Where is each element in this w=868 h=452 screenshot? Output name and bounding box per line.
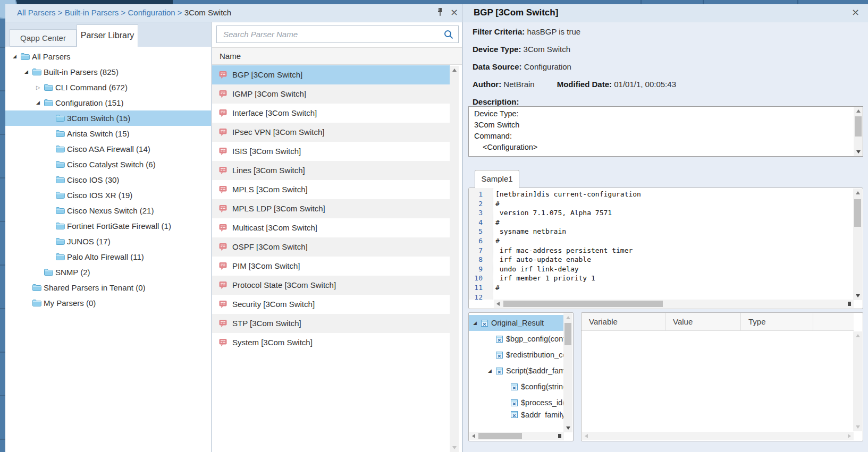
- result-tree-item[interactable]: ◢Script($addr_family: [469, 363, 564, 379]
- scroll-thumb[interactable]: [503, 301, 663, 307]
- close-icon[interactable]: ×: [450, 7, 458, 17]
- scroll-thumb[interactable]: [564, 323, 571, 345]
- scroll-up-icon[interactable]: [566, 316, 570, 319]
- sidebar-tree-item[interactable]: Cisco ASA Firewall (14): [5, 141, 211, 157]
- code-vertical-scrollbar[interactable]: [853, 189, 862, 300]
- sidebar-tree-item[interactable]: My Parsers (0): [5, 295, 211, 311]
- left-dock-rail[interactable]: [0, 4, 5, 452]
- result-vertical-scrollbar[interactable]: [563, 313, 572, 432]
- sidebar-tree-item[interactable]: Shared Parsers in Tenant (0): [5, 280, 211, 295]
- sidebar-tree-item[interactable]: Palo Alto Firewall (11): [5, 249, 211, 265]
- parser-list-item[interactable]: OSPF [3Com Switch]: [212, 237, 450, 257]
- search-icon[interactable]: [443, 29, 454, 40]
- result-tree-item[interactable]: $config(string): [469, 379, 564, 395]
- result-tree-item[interactable]: $redistribution_cor: [469, 347, 564, 363]
- sidebar-tree-item[interactable]: Cisco IOS (30): [5, 172, 211, 187]
- tree-expander-icon[interactable]: ◢: [488, 363, 496, 379]
- breadcrumb-link[interactable]: Built-in Parsers: [65, 8, 119, 17]
- detail-close-icon[interactable]: ×: [852, 7, 859, 17]
- scroll-down-icon[interactable]: [856, 294, 860, 297]
- scroll-up-icon[interactable]: [856, 191, 860, 194]
- sidebar-tree-item[interactable]: SNMP (2): [5, 265, 211, 280]
- sidebar-tree-item[interactable]: Cisco IOS XR (19): [5, 187, 211, 203]
- table-column-header-variable[interactable]: Variable: [582, 313, 665, 331]
- scroll-thumb[interactable]: [478, 433, 522, 439]
- sidebar-tree-item[interactable]: ◢Configuration (151): [5, 95, 211, 110]
- parser-list-item[interactable]: Lines [3Com Switch]: [212, 161, 450, 180]
- tab-sample1[interactable]: Sample1: [475, 170, 519, 188]
- code-horizontal-scrollbar[interactable]: [494, 300, 854, 308]
- result-tree-item[interactable]: ◢Original_Result: [469, 315, 564, 331]
- parser-list-item[interactable]: Interface [3Com Switch]: [212, 104, 450, 123]
- table-horizontal-scrollbar[interactable]: [582, 432, 854, 440]
- parser-list-item[interactable]: MPLS LDP [3Com Switch]: [212, 199, 450, 218]
- scroll-thumb[interactable]: [855, 116, 862, 137]
- result-tree-item[interactable]: $bgp_config(config: [469, 331, 564, 347]
- parser-list-item[interactable]: System [3Com Switch]: [212, 333, 450, 352]
- variable-icon: [511, 399, 521, 406]
- result-tree-item[interactable]: $addr_family(st: [469, 411, 564, 419]
- scroll-left-icon[interactable]: [472, 434, 475, 438]
- description-scrollbar[interactable]: [854, 107, 863, 156]
- parser-list-item[interactable]: STP [3Com Switch]: [212, 314, 450, 333]
- table-column-header-value[interactable]: Value: [665, 313, 741, 331]
- code-text: #: [488, 236, 500, 246]
- table-vertical-scrollbar[interactable]: [853, 331, 862, 431]
- parser-list-item[interactable]: IGMP [3Com Switch]: [212, 84, 450, 104]
- sidebar-tree-item[interactable]: ◢All Parsers: [5, 49, 211, 64]
- sidebar-tree-item[interactable]: Cisco Catalyst Switch (6): [5, 157, 211, 172]
- scroll-up-icon[interactable]: [856, 109, 861, 113]
- tab-qapp-center[interactable]: Qapp Center: [10, 29, 77, 47]
- result-tree-item[interactable]: $process_id(str: [469, 395, 564, 411]
- scroll-right-icon[interactable]: [558, 434, 561, 438]
- scroll-right-icon[interactable]: [848, 302, 851, 306]
- scroll-down-icon[interactable]: [452, 446, 457, 449]
- scroll-left-icon[interactable]: [585, 434, 588, 438]
- table-column-header-type[interactable]: Type: [741, 313, 813, 331]
- code-lines: 1[netbrain]dis current-configuration2#3 …: [469, 190, 853, 300]
- sidebar-tree-item[interactable]: ◢Built-in Parsers (825): [5, 64, 211, 80]
- sidebar-tree-item[interactable]: 3Com Switch (15): [5, 110, 211, 126]
- scroll-thumb[interactable]: [854, 199, 861, 227]
- tree-expander-icon[interactable]: ◢: [473, 315, 481, 331]
- list-column-header-name[interactable]: Name: [212, 47, 462, 65]
- scroll-down-icon[interactable]: [566, 427, 570, 430]
- parser-icon: [219, 147, 232, 156]
- parser-item-label: IGMP [3Com Switch]: [232, 84, 306, 104]
- scroll-right-icon[interactable]: [848, 434, 851, 438]
- tree-expander-icon[interactable]: ◢: [24, 64, 32, 80]
- parser-list-item[interactable]: Security [3Com Switch]: [212, 295, 450, 314]
- sidebar-tree-item[interactable]: Arista Switch (15): [5, 126, 211, 141]
- scroll-left-icon[interactable]: [496, 302, 500, 306]
- scroll-up-icon[interactable]: [452, 69, 457, 72]
- tree-expander-icon[interactable]: ▷: [36, 80, 44, 95]
- parser-list-item[interactable]: Multicast [3Com Switch]: [212, 218, 450, 237]
- sidebar-tree-item[interactable]: ▷CLI Command (672): [5, 80, 211, 95]
- breadcrumb-link[interactable]: All Parsers: [17, 8, 56, 17]
- tree-expander-icon[interactable]: ◢: [13, 49, 21, 64]
- scroll-down-icon[interactable]: [856, 150, 861, 153]
- pin-icon[interactable]: [437, 7, 443, 17]
- breadcrumb-link[interactable]: Configuration: [128, 8, 175, 17]
- modified-date-value: 01/01/1, 00:05:43: [614, 80, 676, 89]
- search-input[interactable]: [217, 26, 458, 42]
- code-text: irf auto-update enable: [488, 255, 591, 265]
- sidebar-tree-item[interactable]: JUNOS (17): [5, 234, 211, 249]
- parser-list-item[interactable]: Protocol State [3Com Switch]: [212, 276, 450, 295]
- parser-list-item[interactable]: IPsec VPN [3Com Switch]: [212, 123, 450, 142]
- sidebar-tree-item[interactable]: Cisco Nexus Switch (21): [5, 203, 211, 218]
- sidebar-tree-item[interactable]: Fortinet FortiGate Firewall (1): [5, 218, 211, 234]
- parser-list-scrollbar[interactable]: [450, 66, 459, 452]
- line-number: 5: [469, 227, 488, 236]
- parser-list-item[interactable]: MPLS [3Com Switch]: [212, 180, 450, 199]
- device-type-label: Device Type:: [473, 45, 521, 54]
- scroll-down-icon[interactable]: [856, 425, 860, 429]
- tree-expander-icon[interactable]: ◢: [36, 95, 44, 110]
- tab-parser-library[interactable]: Parser Library: [77, 24, 138, 47]
- parser-list-item[interactable]: ISIS [3Com Switch]: [212, 142, 450, 161]
- parser-list-item[interactable]: PIM [3Com Switch]: [212, 257, 450, 276]
- code-line: 8 irf auto-update enable: [469, 255, 853, 265]
- parser-list-item[interactable]: BGP [3Com Switch]: [212, 65, 450, 84]
- result-horizontal-scrollbar[interactable]: [469, 432, 564, 440]
- scroll-up-icon[interactable]: [856, 334, 860, 337]
